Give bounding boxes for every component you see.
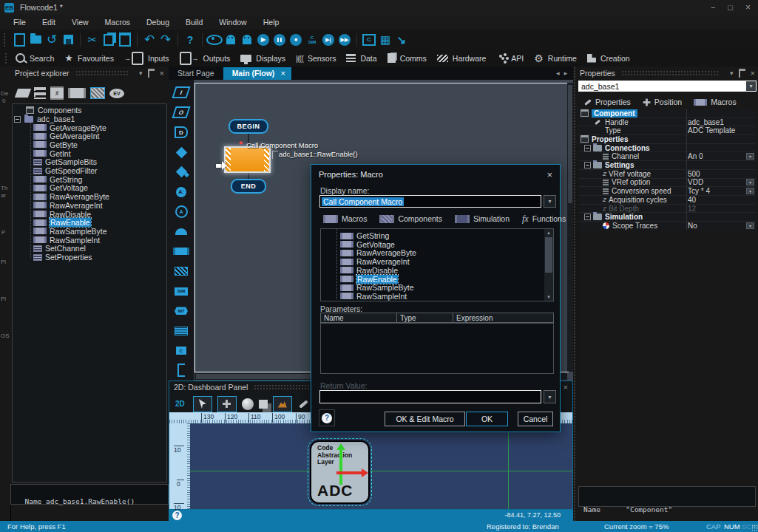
flow-vscrollbar[interactable] xyxy=(567,83,573,372)
panel-close-icon[interactable]: × xyxy=(751,70,755,77)
prop-row-vref-voltage[interactable]: Z VRef voltage 500 xyxy=(578,170,756,179)
scroll-up-icon[interactable]: ▲ xyxy=(544,229,553,236)
prop-row-scope-traces[interactable]: Scope Traces No ▾ xyxy=(578,222,756,231)
prop-row-simulation[interactable]: Simulation xyxy=(578,213,756,222)
collapse-icon[interactable] xyxy=(584,214,591,220)
undo-icon[interactable]: ↶ xyxy=(141,32,158,48)
dashboard-help-icon[interactable]: ? xyxy=(172,511,182,520)
column-expression[interactable]: Expression xyxy=(453,313,554,323)
list-scrollbar[interactable]: ▲ ▼ xyxy=(544,229,553,301)
dialog-title-bar[interactable]: Properties: Macro × xyxy=(311,165,560,184)
tree-item[interactable]: RawAverageByte xyxy=(33,192,109,201)
prop-row-settings[interactable]: Settings xyxy=(578,161,756,170)
collapse-icon[interactable] xyxy=(584,145,591,151)
switch-tool-icon[interactable] xyxy=(169,162,194,182)
dialog-tab-simulation[interactable]: Simulation xyxy=(455,214,510,223)
redo-icon[interactable]: ↷ xyxy=(158,32,174,48)
tab-close-icon[interactable]: × xyxy=(280,69,285,78)
macro-list-item-selected[interactable]: RawEnable xyxy=(340,275,398,284)
menu-build[interactable]: Build xyxy=(186,18,203,27)
pin-icon[interactable] xyxy=(739,69,745,78)
macro-list[interactable]: GetString GetVoltage RawAverageByte RawA… xyxy=(320,228,554,301)
output-tool-icon[interactable]: O xyxy=(169,103,194,123)
prop-row-vref-option[interactable]: VRef option VDD ▾ xyxy=(578,179,756,188)
prop-row-acquisition-cycles[interactable]: Z Acquisition cycles 40 xyxy=(578,196,756,205)
tree-item[interactable]: RawAverageInt xyxy=(33,201,103,210)
new-file-icon[interactable] xyxy=(11,32,27,48)
tab-scroll-right-icon[interactable]: ► xyxy=(563,70,573,80)
tree-item[interactable]: GetSampleBits xyxy=(33,157,97,166)
tree-item[interactable]: GetVoltage xyxy=(33,183,88,192)
tree-item[interactable]: RawSampleInt xyxy=(33,236,100,245)
view-icon[interactable] xyxy=(206,32,223,48)
stop-icon[interactable]: ■ xyxy=(288,32,304,48)
macro-list-item[interactable]: RawDisable xyxy=(340,266,398,275)
menu-macros[interactable]: Macros xyxy=(105,18,130,27)
ribbon-drag-handle[interactable] xyxy=(4,52,8,64)
scroll-down-icon[interactable]: ▼ xyxy=(544,293,553,301)
c-code-icon[interactable]: C xyxy=(361,32,377,48)
combo-dropdown-icon[interactable]: ▾ xyxy=(746,81,756,91)
tree-item[interactable]: GetSpeedFilter xyxy=(33,166,98,175)
delay-tool-icon[interactable]: D xyxy=(169,123,194,143)
decision-tool-icon[interactable] xyxy=(169,143,194,163)
prop-row-component[interactable]: Component xyxy=(578,109,756,118)
dialog-close-icon[interactable]: × xyxy=(546,169,552,180)
step-over-icon[interactable]: ▶▶ xyxy=(336,32,353,48)
pause-icon[interactable] xyxy=(271,32,288,48)
display-name-dropdown-icon[interactable]: ▾ xyxy=(544,195,556,208)
ribbon-creation[interactable]: Creation xyxy=(587,54,630,63)
component-macro-node[interactable] xyxy=(226,148,269,171)
compile-sim-icon[interactable]: CSIM xyxy=(304,32,320,48)
prop-row-channel[interactable]: Channel An 0 ▾ xyxy=(578,153,756,162)
pin-icon[interactable] xyxy=(148,69,155,78)
tab-scroll-left-icon[interactable]: ◄ xyxy=(552,70,563,80)
compile-chip-icon[interactable]: ↘ xyxy=(393,32,410,48)
component-macro-view-icon[interactable] xyxy=(90,87,105,99)
macro-list-item[interactable]: RawSampleInt xyxy=(340,292,407,301)
component-combobox[interactable]: adc_base1 ▾ xyxy=(578,81,757,92)
resize-grip[interactable] xyxy=(751,525,757,531)
tree-root-components[interactable]: Components xyxy=(26,106,82,115)
project-explorer-header[interactable]: Project explorer ▾ × xyxy=(10,66,169,80)
paint-tool-icon[interactable] xyxy=(273,396,292,412)
ribbon-runtime[interactable]: ⚙Runtime xyxy=(534,52,577,64)
macro-tool-icon[interactable] xyxy=(169,242,194,262)
component-macro-tool-icon[interactable] xyxy=(169,262,194,282)
dialog-tab-functions[interactable]: fxFunctions xyxy=(522,214,566,225)
dashboard-close-icon[interactable]: × xyxy=(564,384,568,391)
tree-item[interactable]: GetByte xyxy=(33,140,78,149)
interrupt-tool-icon[interactable]: INT xyxy=(169,301,194,321)
comment-tool-icon[interactable] xyxy=(169,321,194,341)
input-tool-icon[interactable]: I xyxy=(169,83,194,103)
dropdown-icon[interactable]: ▾ xyxy=(746,179,754,185)
cut-icon[interactable]: ✂ xyxy=(84,32,101,48)
macro-list-item[interactable]: RawSampleByte xyxy=(340,283,414,292)
scroll-thumb[interactable] xyxy=(545,237,552,273)
prop-row-type[interactable]: Type ADC Template xyxy=(578,126,756,135)
minimize-button[interactable]: − xyxy=(711,4,715,11)
tree-item[interactable]: RawSampleByte xyxy=(33,227,107,236)
tab-macros[interactable]: Macros xyxy=(694,98,736,106)
prop-row-properties[interactable]: Properties xyxy=(578,135,756,144)
prop-row-handle[interactable]: Handle adc_base1 xyxy=(578,118,756,127)
c-code-tool-icon[interactable]: C xyxy=(169,341,194,361)
ribbon-data[interactable]: Data xyxy=(346,54,376,63)
macro-view-icon[interactable] xyxy=(68,88,86,98)
mean-view-icon[interactable]: x̄ xyxy=(50,86,64,100)
tab-properties[interactable]: Properties xyxy=(584,98,631,106)
calculation-tool-icon[interactable]: A: xyxy=(169,182,194,202)
events-view-icon[interactable]: EV xyxy=(109,89,124,98)
revert-icon[interactable]: ↺ xyxy=(44,32,60,48)
tree-item[interactable]: GetAverageInt xyxy=(33,132,100,140)
maximize-button[interactable]: □ xyxy=(728,4,733,11)
component-tool-icon[interactable] xyxy=(15,89,31,98)
menu-view[interactable]: View xyxy=(72,18,89,27)
ghost-settings-icon[interactable] xyxy=(239,32,255,48)
tab-main-flow[interactable]: Main (Flow)× xyxy=(223,67,291,80)
collapse-icon[interactable] xyxy=(14,116,21,123)
menu-debug[interactable]: Debug xyxy=(146,18,169,27)
dropdown-icon[interactable]: ▾ xyxy=(746,222,754,229)
cancel-button[interactable]: Cancel xyxy=(518,412,553,426)
panel-close-icon[interactable]: × xyxy=(160,70,164,77)
